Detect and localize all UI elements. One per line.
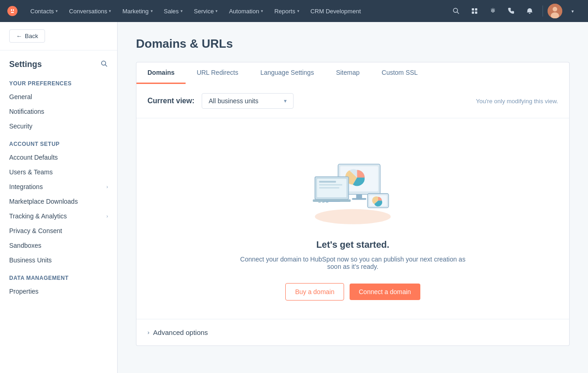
empty-state-description: Connect your domain to HubSpot now so yo… xyxy=(233,256,472,270)
sidebar-item-security[interactable]: Security xyxy=(0,119,117,134)
current-view-label: Current view: xyxy=(147,97,194,105)
connect-domain-button[interactable]: Connect a domain xyxy=(350,284,420,300)
chevron-down-icon: ▾ xyxy=(56,9,58,13)
chevron-right-icon: › xyxy=(107,184,108,189)
sidebar-item-general[interactable]: General xyxy=(0,89,117,104)
empty-state-illustration xyxy=(302,146,403,228)
sidebar-item-marketplace[interactable]: Marketplace Downloads xyxy=(0,194,117,209)
buy-domain-button[interactable]: Buy a domain xyxy=(285,283,344,301)
nav-service[interactable]: Service ▾ xyxy=(188,0,223,22)
sidebar-item-notifications[interactable]: Notifications xyxy=(0,104,117,119)
svg-rect-6 xyxy=(475,11,477,14)
svg-line-11 xyxy=(105,65,107,67)
section-label-data-management: Data Management xyxy=(0,267,117,284)
avatar[interactable] xyxy=(548,4,562,18)
svg-rect-15 xyxy=(356,195,362,199)
tab-language-settings[interactable]: Language Settings xyxy=(249,62,325,84)
sidebar-search-icon[interactable] xyxy=(101,60,108,69)
chevron-down-icon: ▾ xyxy=(261,9,263,13)
dropdown-arrow-icon: ▾ xyxy=(284,98,287,104)
nav-contacts[interactable]: Contacts ▾ xyxy=(25,0,63,22)
svg-point-12 xyxy=(315,209,391,224)
chevron-right-icon: › xyxy=(107,214,108,219)
chevron-down-icon: ▾ xyxy=(297,9,300,13)
current-view-left: Current view: All business units ▾ xyxy=(147,93,294,109)
empty-state-title: Let's get started. xyxy=(316,239,389,250)
section-label-preferences: Your Preferences xyxy=(0,73,117,89)
nav-right-actions: ▾ xyxy=(448,3,581,19)
svg-rect-16 xyxy=(352,198,366,200)
business-units-dropdown[interactable]: All business units ▾ xyxy=(202,93,294,109)
nav-automation[interactable]: Automation ▾ xyxy=(223,0,269,22)
content-area: Current view: All business units ▾ You'r… xyxy=(136,84,570,346)
main-content: Domains & URLs Domains URL Redirects Lan… xyxy=(118,22,588,373)
svg-rect-22 xyxy=(319,187,339,189)
page-layout: ← Back Settings Your Preferences General… xyxy=(0,22,588,373)
svg-rect-24 xyxy=(323,201,340,202)
sidebar-item-tracking[interactable]: Tracking & Analytics › xyxy=(0,209,117,223)
settings-icon-btn[interactable] xyxy=(485,3,501,19)
svg-rect-27 xyxy=(326,202,328,203)
calling-icon-btn[interactable] xyxy=(503,3,520,19)
nav-sales[interactable]: Sales ▾ xyxy=(158,0,189,22)
svg-point-8 xyxy=(553,7,557,11)
advanced-options-section[interactable]: › Advanced options xyxy=(136,319,569,345)
svg-rect-3 xyxy=(472,8,474,11)
notifications-icon-btn[interactable] xyxy=(521,3,538,19)
sidebar-item-integrations[interactable]: Integrations › xyxy=(0,179,117,194)
svg-rect-25 xyxy=(318,202,321,203)
back-arrow-icon: ← xyxy=(16,33,22,39)
sidebar-back-section: ← Back xyxy=(0,22,117,50)
sidebar-item-sandboxes[interactable]: Sandboxes xyxy=(0,238,117,253)
tab-url-redirects[interactable]: URL Redirects xyxy=(186,62,249,84)
svg-rect-20 xyxy=(319,181,336,183)
empty-state: Let's get started. Connect your domain t… xyxy=(136,118,569,319)
svg-rect-4 xyxy=(475,8,477,11)
nav-reports[interactable]: Reports ▾ xyxy=(269,0,305,22)
chevron-down-icon: ▾ xyxy=(181,9,183,13)
hubspot-logo[interactable] xyxy=(7,6,17,16)
chevron-down-icon: ▾ xyxy=(109,9,111,13)
advanced-options-chevron-icon: › xyxy=(147,329,149,336)
svg-rect-26 xyxy=(322,202,325,203)
top-navigation: Contacts ▾ Conversations ▾ Marketing ▾ S… xyxy=(0,0,588,22)
nav-conversations[interactable]: Conversations ▾ xyxy=(63,0,117,22)
nav-marketing[interactable]: Marketing ▾ xyxy=(117,0,158,22)
svg-point-1 xyxy=(453,8,458,12)
current-view-bar: Current view: All business units ▾ You'r… xyxy=(136,84,569,118)
avatar-chevron-icon[interactable]: ▾ xyxy=(564,3,581,19)
sidebar: ← Back Settings Your Preferences General… xyxy=(0,22,118,373)
advanced-options-label: Advanced options xyxy=(153,328,208,336)
tab-domains[interactable]: Domains xyxy=(136,62,186,84)
marketplace-icon-btn[interactable] xyxy=(466,3,483,19)
sidebar-item-account-defaults[interactable]: Account Defaults xyxy=(0,150,117,165)
svg-point-10 xyxy=(102,61,106,65)
sidebar-header: Settings xyxy=(0,50,117,73)
back-button[interactable]: ← Back xyxy=(9,29,45,43)
page-title: Domains & URLs xyxy=(136,37,570,51)
nav-items: Contacts ▾ Conversations ▾ Marketing ▾ S… xyxy=(25,0,448,22)
sidebar-item-users-teams[interactable]: Users & Teams xyxy=(0,165,117,179)
svg-line-2 xyxy=(457,12,459,14)
svg-rect-21 xyxy=(319,184,342,186)
tab-sitemap[interactable]: Sitemap xyxy=(325,62,370,84)
chevron-down-icon: ▾ xyxy=(215,9,218,13)
sidebar-title: Settings xyxy=(9,60,42,69)
chevron-down-icon: ▾ xyxy=(151,9,153,13)
empty-state-actions: Buy a domain Connect a domain xyxy=(285,283,420,301)
nav-crm-development[interactable]: CRM Development xyxy=(305,0,367,22)
svg-point-0 xyxy=(7,6,17,16)
sidebar-item-business-units[interactable]: Business Units xyxy=(0,253,117,267)
section-label-account-setup: Account Setup xyxy=(0,134,117,150)
tabs-container: Domains URL Redirects Language Settings … xyxy=(136,62,570,84)
current-view-note: You're only modifying this view. xyxy=(476,98,558,105)
nav-divider xyxy=(543,6,543,17)
svg-rect-5 xyxy=(472,11,474,14)
sidebar-item-properties[interactable]: Properties xyxy=(0,284,117,299)
search-icon-btn[interactable] xyxy=(448,3,464,19)
sidebar-item-privacy[interactable]: Privacy & Consent xyxy=(0,223,117,238)
tab-custom-ssl[interactable]: Custom SSL xyxy=(371,62,429,84)
